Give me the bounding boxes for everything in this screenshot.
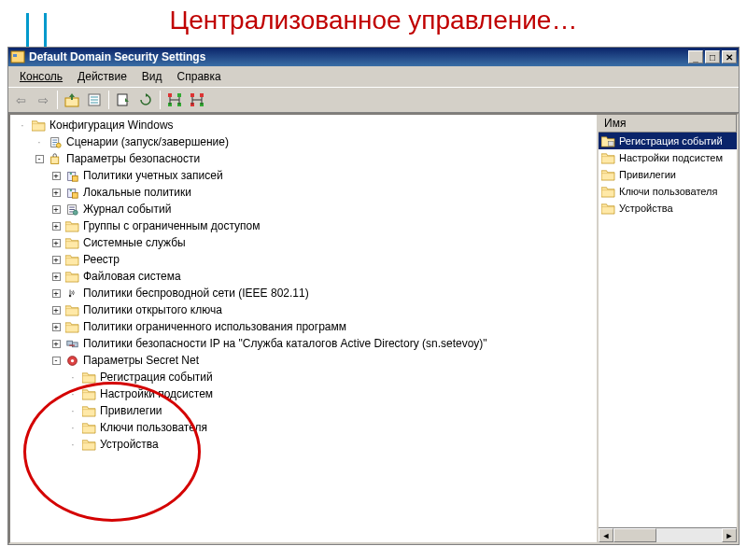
tree-item[interactable]: ·Привилегии — [10, 402, 597, 419]
refresh-button[interactable] — [135, 90, 156, 110]
scroll-thumb[interactable] — [613, 528, 656, 542]
policy-icon — [64, 168, 79, 183]
tree-item-label: Журнал событий — [83, 203, 171, 216]
tree-item[interactable]: +Политики безопасности IP на "Служба кат… — [10, 335, 597, 352]
list-item[interactable]: Привилегии — [599, 166, 737, 183]
tree-item[interactable]: +Политики ограниченного использования пр… — [10, 318, 597, 335]
folder-icon — [81, 420, 96, 435]
menu-view[interactable]: Вид — [134, 68, 170, 85]
tree-item[interactable]: -Параметры Secret Net — [10, 352, 597, 369]
nav-back-button[interactable]: ⇦ — [10, 90, 31, 110]
up-button[interactable] — [62, 90, 82, 110]
folder-icon — [81, 437, 96, 452]
svg-rect-1 — [13, 54, 17, 57]
minimize-button[interactable]: _ — [688, 50, 703, 63]
export-button[interactable] — [113, 90, 134, 110]
tree-item-label: Политики ограниченного использования про… — [83, 320, 346, 333]
expand-button[interactable]: + — [52, 239, 61, 247]
svg-rect-15 — [190, 93, 194, 97]
menu-help[interactable]: Справка — [170, 68, 229, 85]
svg-rect-8 — [168, 93, 172, 97]
tree-item[interactable]: +Политики открытого ключа — [10, 301, 597, 318]
tree-expander-slot: · — [64, 387, 81, 400]
tree-item-label: Файловая система — [83, 270, 181, 283]
tree-item[interactable]: +Журнал событий — [10, 201, 597, 217]
tree-expander-slot: + — [48, 172, 64, 180]
tree-expander-slot: + — [48, 205, 64, 214]
expand-button[interactable]: + — [52, 205, 61, 214]
toolbar: ⇦ ⇨ — [8, 87, 739, 113]
close-button[interactable]: ✕ — [722, 50, 737, 63]
maximize-button[interactable]: □ — [705, 50, 720, 63]
expand-button[interactable]: + — [52, 323, 61, 331]
expand-button[interactable]: + — [52, 256, 61, 264]
expand-button[interactable]: + — [52, 222, 61, 231]
tree-item-label: Реестр — [83, 253, 120, 266]
svg-rect-34 — [66, 341, 72, 345]
tree-item[interactable]: ·Конфигурация Windows — [10, 117, 597, 133]
list-item[interactable]: Устройства — [599, 200, 737, 217]
svg-point-37 — [70, 358, 73, 361]
scroll-left-button[interactable]: ◄ — [599, 528, 613, 542]
tree-item[interactable]: +Локальные политики — [10, 184, 597, 201]
tree-item[interactable]: -Параметры безопасности — [10, 150, 597, 167]
svg-rect-16 — [200, 93, 204, 97]
tree-item-label: Настройки подсистем — [100, 387, 213, 400]
tree-item[interactable]: +Системные службы — [10, 234, 597, 251]
list-column-header[interactable]: Имя — [599, 115, 737, 133]
content-area: ·Конфигурация Windows·Сценарии (запуск/з… — [8, 113, 739, 544]
collapse-button[interactable]: - — [35, 155, 44, 163]
folder-icon — [64, 302, 79, 317]
secretnet-icon — [64, 353, 79, 368]
tree-item[interactable]: ·Настройки подсистем — [10, 385, 597, 402]
security-icon — [48, 151, 63, 166]
list-item-label: Ключи пользователя — [619, 186, 717, 197]
list-item-label: Устройства — [619, 203, 673, 214]
scroll-track[interactable] — [613, 528, 722, 542]
tree-item[interactable]: ·Ключи пользователя — [10, 419, 597, 436]
tree-item[interactable]: +Группы с ограниченным доступом — [10, 217, 597, 234]
tree-item[interactable]: ·Сценарии (запуск/завершение) — [10, 133, 597, 150]
tree-expander-slot: + — [48, 289, 64, 298]
tree-expander-slot: · — [64, 371, 81, 384]
folder-icon — [81, 370, 96, 385]
tree-item-label: Параметры безопасности — [66, 152, 200, 165]
collapse-button[interactable]: - — [52, 357, 61, 365]
tree-item[interactable]: +Политики беспроводной сети (IEEE 802.11… — [10, 285, 597, 301]
horizontal-scrollbar[interactable]: ◄ ► — [599, 527, 737, 542]
tree-item[interactable]: ·Устройства — [10, 436, 597, 453]
properties-button[interactable] — [84, 90, 105, 110]
tree-icon-2[interactable] — [187, 90, 207, 110]
svg-rect-24 — [50, 157, 58, 163]
expand-button[interactable]: + — [52, 189, 61, 197]
list-items: Регистрация событийНастройки подсистемПр… — [599, 133, 737, 527]
folder-icon — [600, 167, 615, 182]
expand-button[interactable]: + — [52, 172, 61, 180]
tree-item[interactable]: ·Регистрация событий — [10, 369, 597, 385]
expand-button[interactable]: + — [52, 306, 61, 315]
tree-expander-slot: · — [64, 438, 81, 451]
tree-item-label: Параметры Secret Net — [83, 354, 199, 367]
expand-button[interactable]: + — [52, 340, 61, 348]
toolbar-separator — [160, 91, 161, 109]
tree-item[interactable]: +Реестр — [10, 251, 597, 268]
list-item[interactable]: Настройки подсистем — [599, 149, 737, 166]
tree-pane[interactable]: ·Конфигурация Windows·Сценарии (запуск/з… — [10, 115, 599, 542]
tree-item[interactable]: +Политики учетных записей — [10, 167, 597, 184]
app-window: Default Domain Security Settings _ □ ✕ К… — [7, 47, 740, 545]
tree-icon-1[interactable] — [164, 90, 185, 110]
menu-action[interactable]: Действие — [70, 68, 134, 85]
toolbar-separator — [57, 91, 58, 109]
folder-open-icon — [31, 118, 46, 133]
expand-button[interactable]: + — [52, 273, 61, 281]
tree-item-label: Политики беспроводной сети (IEEE 802.11) — [83, 287, 309, 300]
tree-expander-slot: + — [48, 189, 64, 197]
list-item[interactable]: Регистрация событий — [599, 133, 737, 149]
list-item[interactable]: Ключи пользователя — [599, 183, 737, 200]
expand-button[interactable]: + — [52, 289, 61, 298]
tree-item-label: Политики открытого ключа — [83, 303, 222, 316]
menu-console[interactable]: Консоль — [12, 68, 70, 85]
scroll-right-button[interactable]: ► — [722, 528, 737, 542]
nav-forward-button[interactable]: ⇨ — [33, 90, 53, 110]
tree-item[interactable]: +Файловая система — [10, 268, 597, 285]
